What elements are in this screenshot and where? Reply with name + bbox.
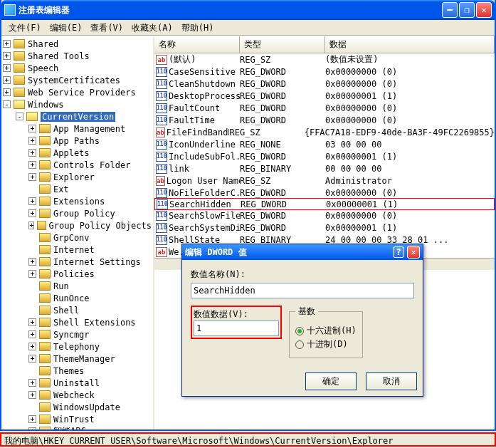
close-button[interactable]: ✕ (476, 2, 492, 18)
expand-icon[interactable]: + (28, 149, 36, 157)
value-row[interactable]: ab(默认)REG_SZ(数值未设置) (154, 53, 495, 66)
tree-node[interactable]: +App Paths (3, 135, 152, 147)
tree-node[interactable]: GrpConv (3, 231, 152, 244)
tree-node[interactable]: +Explorer (3, 171, 152, 183)
expand-icon[interactable]: + (28, 391, 36, 399)
tree-node[interactable]: +App Management (3, 123, 152, 135)
value-row[interactable]: abLogon User NameREG_SZAdministrator (154, 174, 495, 187)
value-row[interactable]: 110FaultCountREG_DWORD0x00000000 (0) (154, 102, 495, 114)
tree-node[interactable]: +Syncmgr (3, 328, 152, 340)
tree-node[interactable]: -CurrentVersion (3, 110, 152, 123)
expand-icon[interactable]: + (3, 76, 11, 84)
expand-icon[interactable]: + (28, 161, 36, 169)
value-row[interactable]: 110linkREG_BINARY00 00 00 00 (154, 162, 495, 174)
ok-button[interactable]: 确定 (305, 373, 357, 390)
tree-node[interactable]: Internet (3, 244, 152, 256)
expand-icon[interactable]: + (28, 355, 36, 363)
folder-icon (39, 197, 51, 206)
tree-node[interactable]: +Group Policy (3, 207, 152, 219)
folder-icon (14, 51, 25, 61)
value-row[interactable]: 110IconUnderlineREG_NONE03 00 00 00 (154, 138, 495, 150)
tree-node[interactable]: +Applets (3, 147, 152, 159)
expand-icon[interactable]: - (16, 113, 23, 120)
expand-icon[interactable]: - (3, 100, 11, 108)
expand-icon[interactable]: + (28, 379, 36, 387)
value-row[interactable]: 110SearchSystemDirsREG_DWORD0x00000001 (… (154, 222, 495, 234)
value-row[interactable]: 110CleanShutdownREG_DWORD0x00000000 (0) (154, 78, 495, 90)
col-type[interactable]: 类型 (240, 36, 325, 53)
col-name[interactable]: 名称 (154, 36, 240, 53)
radio-hex[interactable]: 十六进制(H) (295, 325, 357, 337)
tree-panel[interactable]: +Shared+Shared Tools+Speech+SystemCertif… (1, 36, 154, 429)
tree-node[interactable]: +Uninstall (3, 377, 152, 389)
tree-node[interactable]: +Extensions (3, 195, 152, 207)
folder-icon (39, 354, 51, 363)
tree-node[interactable]: +Shared Tools (3, 50, 152, 62)
tree-node[interactable]: Themes (3, 365, 152, 377)
menu-view[interactable]: 查看(V) (86, 20, 127, 35)
folder-icon (39, 293, 51, 303)
tree-node[interactable]: +ThemeManager (3, 353, 152, 365)
tree-node[interactable]: +Web Service Providers (3, 86, 152, 98)
titlebar[interactable]: 注册表编辑器 ━ ❐ ✕ (1, 0, 495, 20)
expand-icon[interactable]: + (28, 330, 36, 338)
col-data[interactable]: 数据 (325, 36, 495, 53)
dialog-close-button[interactable]: ✕ (407, 246, 420, 259)
menu-file[interactable]: 文件(F) (4, 20, 46, 35)
tree-node[interactable]: +Telephony (3, 340, 152, 353)
expand-icon[interactable]: + (28, 222, 34, 229)
tree-node[interactable]: +Webcheck (3, 389, 152, 401)
value-row[interactable]: 110FaultTimeREG_DWORD0x00000000 (0) (154, 114, 495, 126)
tree-node[interactable]: +Internet Settings (3, 256, 152, 268)
tree-node[interactable]: +Speech (3, 62, 152, 74)
expand-icon[interactable]: + (3, 52, 11, 60)
minimize-button[interactable]: ━ (442, 2, 458, 18)
radio-dec[interactable]: 十进制(D) (295, 338, 357, 350)
value-row[interactable]: 110SearchSlowFilesREG_DWORD0x00000000 (0… (154, 209, 495, 222)
value-row[interactable]: 110IncludeSubFol...REG_DWORD0x00000001 (… (154, 150, 495, 162)
tree-node[interactable]: +Policies (3, 268, 152, 280)
expand-icon[interactable]: + (28, 125, 36, 132)
tree-node[interactable]: +Controls Folder (3, 159, 152, 171)
tree-node[interactable]: +SystemCertificates (3, 74, 152, 86)
expand-icon[interactable]: + (3, 64, 11, 72)
expand-icon[interactable]: + (28, 270, 36, 278)
tree-node[interactable]: -Windows (3, 98, 152, 110)
expand-icon[interactable]: + (28, 343, 36, 350)
menu-favorites[interactable]: 收藏夹(A) (127, 20, 177, 35)
expand-icon[interactable]: + (28, 137, 36, 145)
tree-node[interactable]: +Shell Extensions (3, 316, 152, 328)
expand-icon[interactable]: + (3, 40, 11, 48)
tree-node[interactable]: Shell (3, 304, 152, 316)
menu-edit[interactable]: 编辑(E) (46, 20, 87, 35)
tree-node[interactable]: Ext (3, 183, 152, 195)
expand-icon[interactable]: + (28, 415, 36, 423)
dialog-titlebar[interactable]: 编辑 DWORD 值 ? ✕ (182, 244, 423, 260)
value-row[interactable]: 110CaseSensitiveREG_DWORD0x00000000 (0) (154, 66, 495, 78)
maximize-button[interactable]: ❐ (459, 2, 475, 18)
tree-label: Webcheck (53, 390, 95, 400)
tree-node[interactable]: +智能ABC (3, 425, 152, 429)
expand-icon[interactable]: + (28, 173, 36, 181)
expand-icon[interactable]: + (28, 209, 36, 217)
expand-icon[interactable]: + (3, 88, 11, 96)
value-row[interactable]: abFileFindBandHookREG_SZ{FFAC7A18-EDF9-4… (154, 126, 495, 138)
value-data-input[interactable] (194, 321, 279, 336)
expand-icon[interactable]: + (28, 258, 36, 266)
tree-node[interactable]: Run (3, 280, 152, 292)
expand-icon[interactable]: + (28, 427, 36, 429)
regedit-icon (4, 4, 16, 16)
tree-node[interactable]: +Group Policy Objects (3, 219, 152, 231)
tree-node[interactable]: WindowsUpdate (3, 401, 152, 413)
dialog-help-button[interactable]: ? (393, 246, 404, 258)
cancel-button[interactable]: 取消 (366, 373, 417, 390)
value-row[interactable]: 110DesktopProcessREG_DWORD0x00000001 (1) (154, 90, 495, 102)
menu-help[interactable]: 帮助(H) (177, 20, 218, 35)
value-row[interactable]: 110SearchHiddenREG_DWORD0x00000001 (1) (154, 198, 495, 210)
tree-node[interactable]: +Shared (3, 38, 152, 50)
tree-node[interactable]: RunOnce (3, 292, 152, 304)
value-row[interactable]: 110NoFileFolderC...REG_DWORD0x00000000 (… (154, 187, 495, 199)
expand-icon[interactable]: + (28, 318, 36, 326)
tree-node[interactable]: +WinTrust (3, 413, 152, 425)
expand-icon[interactable]: + (28, 197, 36, 205)
